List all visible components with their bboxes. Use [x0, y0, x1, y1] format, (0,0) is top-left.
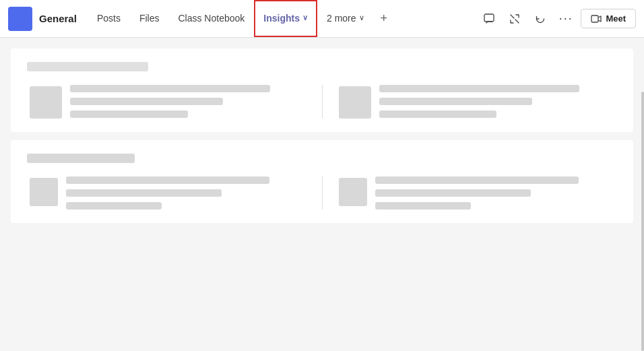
meet-label: Meet: [606, 13, 626, 24]
card2-row: [27, 177, 617, 210]
chat-icon-button[interactable]: [478, 8, 500, 30]
tab-insights[interactable]: Insights ∨: [254, 0, 317, 37]
skeleton-line: [70, 98, 223, 105]
more-chevron-icon: ∨: [359, 13, 364, 22]
tab-files[interactable]: Files: [130, 0, 169, 37]
tab-classnotebook[interactable]: Class Notebook: [168, 0, 254, 37]
tab-more[interactable]: 2 more ∨: [317, 0, 374, 37]
app-container: General Posts Files Class Notebook Insig…: [0, 0, 644, 351]
topbar: General Posts Files Class Notebook Insig…: [0, 0, 644, 38]
expand-icon: [509, 13, 521, 25]
meet-button[interactable]: Meet: [581, 9, 636, 28]
skeleton-line: [66, 202, 162, 210]
card2-col-left-avatar: [30, 178, 58, 206]
content-card-1: [11, 49, 633, 132]
scrollbar[interactable]: [641, 92, 644, 351]
skeleton-line: [379, 110, 497, 118]
card1-col-right-lines: [379, 85, 615, 119]
svg-rect-1: [591, 15, 598, 22]
card1-row: [27, 85, 617, 119]
skeleton-line: [66, 177, 269, 184]
card1-col-right-avatar: [339, 86, 371, 119]
skeleton-line: [379, 98, 532, 105]
skeleton-line: [70, 110, 188, 118]
skeleton-line: [379, 85, 579, 92]
refresh-icon: [534, 13, 546, 25]
insights-chevron-icon: ∨: [302, 13, 308, 22]
skeleton-line: [70, 85, 270, 92]
card1-col-left: [27, 85, 322, 119]
refresh-icon-button[interactable]: [529, 8, 551, 30]
card1-header-skeleton: [27, 62, 148, 71]
add-tab-button[interactable]: +: [374, 0, 395, 37]
skeleton-line: [66, 189, 222, 197]
content-card-2: [11, 140, 633, 223]
main-content: [0, 38, 644, 351]
card1-col-right: [322, 85, 618, 119]
meet-camera-icon: [591, 14, 602, 24]
card2-col-right: [322, 177, 618, 210]
skeleton-line: [375, 189, 531, 197]
card2-col-left-lines: [66, 177, 306, 210]
card2-col-right-avatar: [339, 178, 367, 206]
tab-posts[interactable]: Posts: [88, 0, 130, 37]
skeleton-line: [375, 177, 579, 184]
more-options-button[interactable]: ···: [555, 8, 577, 30]
card1-col-left-avatar: [30, 86, 62, 119]
skeleton-line: [375, 202, 471, 210]
channel-name: General: [39, 13, 77, 24]
app-icon: [8, 7, 32, 31]
chat-icon: [483, 13, 495, 25]
expand-icon-button[interactable]: [504, 8, 525, 30]
svg-rect-0: [484, 14, 494, 22]
topbar-right-actions: ··· Meet: [478, 8, 636, 30]
card2-header-skeleton: [27, 154, 135, 163]
card2-col-right-lines: [375, 177, 615, 210]
card2-col-left: [27, 177, 322, 210]
card1-col-left-lines: [70, 85, 306, 119]
nav-tabs: Posts Files Class Notebook Insights ∨ 2 …: [88, 0, 479, 37]
